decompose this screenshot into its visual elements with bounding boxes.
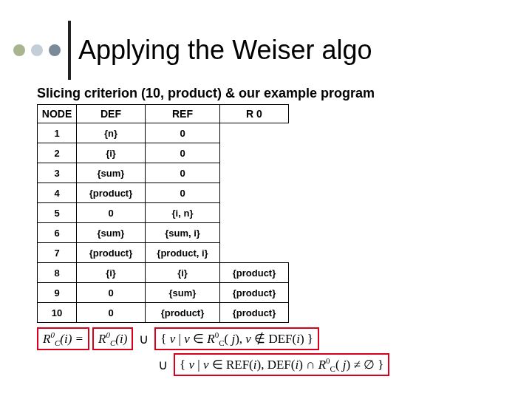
def-ref-table: NODE DEF REF R 0 1{n}0 2{i}0 3{sum}0 4{p… — [37, 104, 289, 323]
table-row: 1{n}0 — [38, 123, 289, 143]
equation-lhs: R0C(i) = — [37, 327, 89, 350]
title-row: Applying the Weiser algo — [0, 21, 532, 80]
slide-subtitle: Slicing criterion (10, product) & our ex… — [37, 86, 532, 101]
table-row: 4{product}0 — [38, 183, 289, 203]
table-row: 3{sum}0 — [38, 163, 289, 183]
vertical-bar-icon — [68, 21, 71, 80]
table-row: 100{product}{product} — [38, 303, 289, 323]
dot-icon — [13, 44, 25, 56]
table-row: 8{i}{i}{product} — [38, 263, 289, 283]
table-row: 50{i, n} — [38, 203, 289, 223]
table-row: 6{sum}{sum, i} — [38, 223, 289, 243]
table-row: 2{i}0 — [38, 143, 289, 163]
decorative-dots — [13, 44, 61, 56]
col-header-def: DEF — [77, 105, 146, 123]
dot-icon — [49, 44, 61, 56]
slide-title: Applying the Weiser algo — [78, 35, 372, 66]
table-row: 7{product}{product, i} — [38, 243, 289, 263]
equation-box-rci: R0C(i) — [92, 327, 133, 350]
equation-line-1: R0C(i) = R0C(i) ∪ { v | v ∈ R0C( j), v ∉… — [37, 327, 532, 350]
dot-icon — [31, 44, 43, 56]
equation-area: R0C(i) = R0C(i) ∪ { v | v ∈ R0C( j), v ∉… — [37, 327, 532, 376]
col-header-node: NODE — [38, 105, 77, 123]
equation-line-2: ∪ { v | v ∈ REF(i), DEF(i) ∩ R0C( j) ≠ ∅… — [155, 353, 532, 376]
equation-box-def: { v | v ∈ R0C( j), v ∉ DEF(i) } — [154, 327, 319, 350]
table-header-row: NODE DEF REF R 0 — [38, 105, 289, 123]
table-row: 90{sum}{product} — [38, 283, 289, 303]
union-symbol: ∪ — [136, 327, 151, 350]
equation-box-ref: { v | v ∈ REF(i), DEF(i) ∩ R0C( j) ≠ ∅ } — [174, 353, 389, 376]
col-header-r0: R 0 — [220, 105, 289, 123]
union-symbol: ∪ — [155, 353, 171, 376]
col-header-ref: REF — [146, 105, 220, 123]
